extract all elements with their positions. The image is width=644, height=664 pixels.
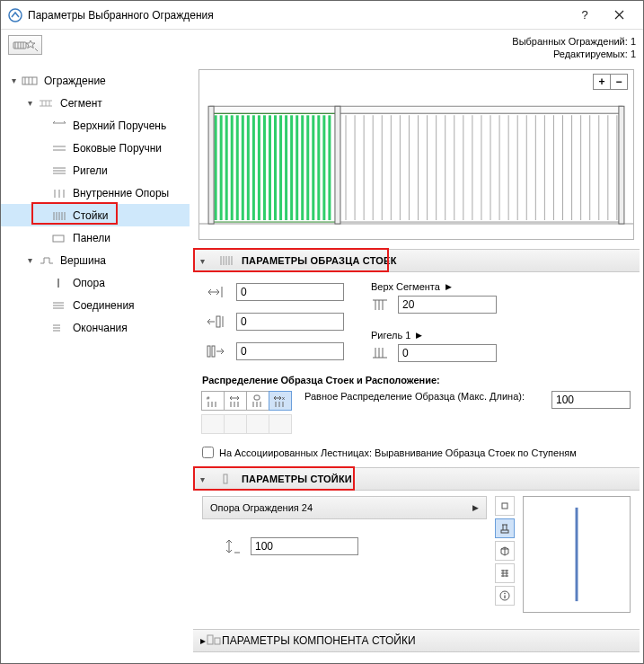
tree-item-segment[interactable]: ▾ Сегмент (1, 92, 190, 114)
offset-to-post-input[interactable] (236, 313, 344, 331)
tree-label: Ригели (73, 164, 108, 177)
dist-mode-x[interactable]: x (269, 391, 292, 411)
svg-rect-94 (335, 106, 340, 224)
chevron-down-icon: ▾ (8, 75, 19, 85)
profile-select[interactable]: Опора Ограждения 24 ▶ (202, 496, 487, 519)
offset-bottom-icon (202, 344, 229, 359)
endings-icon (49, 321, 69, 335)
handrail-icon (49, 141, 69, 155)
titlebar: Параметры Выбранного Ограждения ? (1, 1, 643, 30)
close-button[interactable] (602, 3, 636, 28)
chevron-down-icon: ▾ (24, 255, 35, 265)
railing-icon (21, 74, 40, 88)
align-mode-4[interactable] (269, 414, 292, 434)
editable-count-label: Редактируемых: (553, 49, 628, 59)
tree-item-railing[interactable]: ▾ Ограждение (1, 69, 190, 92)
tree-item-inner-posts[interactable]: Внутренние Опоры (1, 181, 190, 204)
view-grid-icon[interactable] (495, 563, 515, 583)
stairs-align-checkbox[interactable] (202, 447, 214, 458)
tree-label: Панели (73, 232, 110, 244)
dropdown-icon[interactable]: ▶ (416, 331, 422, 340)
rails-icon (49, 164, 69, 178)
svg-rect-134 (224, 474, 227, 483)
dropdown-icon[interactable]: ▶ (446, 282, 452, 291)
dist-mode-max[interactable] (224, 391, 247, 411)
component-icon (206, 633, 222, 649)
tree-label: Внутренние Опоры (73, 187, 169, 199)
align-mode-1[interactable] (201, 414, 225, 434)
tree-label: Соединения (73, 299, 135, 312)
tree-item-panels[interactable]: Панели (1, 226, 190, 249)
panel-title: ПАРАМЕТРЫ ОБРАЗЦА СТОЕК (242, 255, 397, 266)
panel-header-baluster[interactable]: ▾ ПАРАМЕТРЫ СТОЙКИ (193, 467, 640, 491)
tree-item-top-node[interactable]: ▾ Вершина (1, 249, 190, 271)
tree-label: Стойки (73, 209, 108, 222)
baluster-height-input[interactable] (251, 537, 358, 555)
svg-rect-137 (502, 503, 507, 509)
favorites-button[interactable] (8, 35, 42, 55)
side-ref-icon (371, 346, 391, 360)
help-button[interactable]: ? (568, 3, 602, 28)
panels-icon (49, 231, 69, 245)
panel-header-component[interactable]: ▸ ПАРАМЕТРЫ КОМПОНЕНТА СТОЙКИ (193, 629, 640, 652)
distribution-label: Распределение Образца Стоек и Расположен… (202, 375, 631, 385)
ref-side-label: Ригель 1 (371, 330, 410, 341)
panel-title: ПАРАМЕТРЫ КОМПОНЕНТА СТОЙКИ (222, 634, 416, 647)
tree-label: Вершина (60, 254, 106, 267)
top-icon (37, 253, 57, 268)
svg-rect-37 (210, 106, 622, 113)
view-2d-icon[interactable] (495, 496, 515, 516)
baluster-icon (218, 473, 236, 485)
panel-header-sample[interactable]: ▾ ПАРАМЕТРЫ ОБРАЗЦА СТОЕК (193, 249, 640, 272)
svg-rect-152 (215, 638, 220, 644)
svg-rect-125 (254, 395, 260, 400)
panel-body-baluster: Опора Ограждения 24 ▶ (190, 491, 643, 622)
view-3d-icon[interactable] (495, 541, 515, 561)
distribution-value-input[interactable] (551, 391, 631, 409)
connections-icon (49, 298, 69, 313)
top-ref-icon (371, 297, 391, 312)
svg-rect-61 (339, 113, 622, 222)
svg-rect-106 (207, 346, 210, 357)
tree-label: Окончания (73, 322, 128, 334)
tree-item-endings[interactable]: Окончания (1, 316, 190, 339)
stairs-align-label: На Ассоциированных Лестницах: Выравниван… (219, 447, 577, 458)
tree-item-balusters[interactable]: Стойки (1, 204, 190, 226)
ref-top-label: Верх Сегмента (371, 281, 440, 292)
tree-item-rails[interactable]: Ригели (1, 159, 190, 181)
post-icon (49, 276, 69, 290)
posts-icon (49, 186, 69, 200)
ref-side-input[interactable] (398, 344, 497, 362)
svg-point-0 (9, 9, 22, 22)
baluster-preview (523, 496, 631, 613)
selected-count-label: Выбранных Ограждений: (512, 36, 628, 47)
tree-label: Верхний Поручень (73, 120, 166, 132)
tree-item-connections[interactable]: Соединения (1, 294, 190, 316)
tree-item-top-rail[interactable]: Верхний Поручень (1, 114, 190, 137)
info-icon[interactable] (495, 586, 515, 606)
offset-bottom-input[interactable] (236, 342, 344, 360)
app-icon (8, 8, 22, 22)
balusters-icon (218, 254, 236, 267)
infobar: Выбранных Ограждений: 1 Редактируемых: 1 (1, 30, 643, 66)
tree-label: Ограждение (44, 75, 106, 87)
panel-title: ПАРАМЕТРЫ СТОЙКИ (242, 474, 352, 484)
offset-horizontal-input[interactable] (236, 283, 344, 301)
preview-pane: + − (198, 69, 634, 240)
segment-icon (37, 96, 57, 111)
tree-item-post[interactable]: Опора (1, 271, 190, 294)
svg-rect-138 (501, 530, 508, 533)
tree-label: Опора (73, 277, 105, 289)
align-mode-2[interactable] (224, 414, 247, 434)
view-type-icon[interactable] (495, 518, 515, 538)
dist-mode-count[interactable]: # (201, 391, 225, 411)
nav-tree: ▾ Ограждение ▾ Сегмент Верхний Поручень … (1, 66, 190, 664)
align-mode-3[interactable] (246, 414, 269, 434)
ref-top-input[interactable] (398, 296, 497, 314)
tree-label: Боковые Поручни (73, 142, 162, 155)
chevron-down-icon: ▾ (200, 256, 213, 266)
tree-item-handrails[interactable]: Боковые Поручни (1, 137, 190, 159)
selected-count-value: 1 (631, 36, 636, 47)
dist-mode-fixed[interactable] (246, 391, 269, 411)
dropdown-icon: ▶ (472, 503, 479, 512)
